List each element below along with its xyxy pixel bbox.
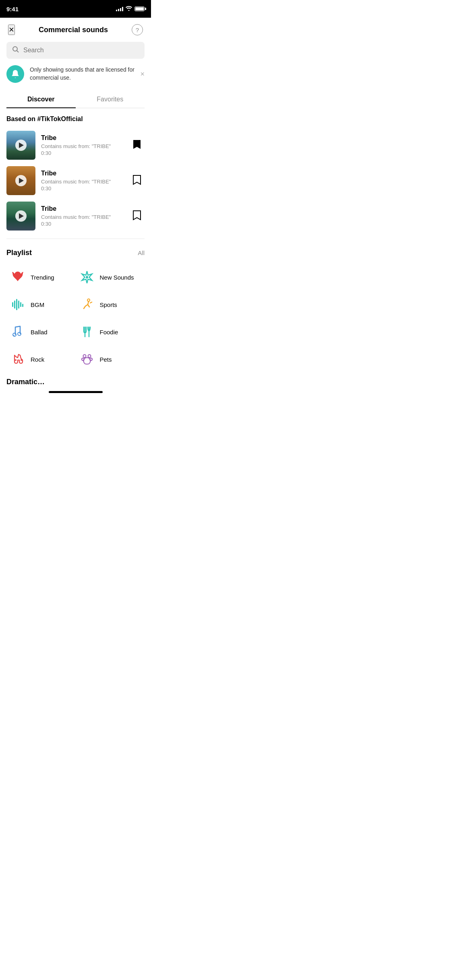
svg-point-11 bbox=[18, 332, 21, 336]
sound-duration-1: 0:30 bbox=[41, 150, 124, 156]
sound-info-3: Tribe Contains music from: "TRIBE" 0:30 bbox=[41, 205, 124, 227]
notice-icon bbox=[6, 65, 24, 83]
notice-text: Only showing sounds that are licensed fo… bbox=[30, 66, 134, 82]
playlist-header: Playlist All bbox=[0, 244, 151, 264]
trending-icon bbox=[10, 269, 26, 285]
home-indicator bbox=[49, 391, 103, 393]
sound-item-1[interactable]: Tribe Contains music from: "TRIBE" 0:30 bbox=[0, 128, 151, 163]
tabs: Discover Favorites bbox=[6, 91, 145, 108]
sound-title-3: Tribe bbox=[41, 205, 124, 212]
new-sounds-icon bbox=[79, 269, 95, 285]
close-button[interactable]: × bbox=[8, 25, 15, 35]
sound-thumbnail-2 bbox=[6, 166, 35, 195]
svg-line-1 bbox=[17, 51, 19, 53]
playlist-item-ballad[interactable]: Ballad bbox=[6, 318, 76, 346]
svg-rect-7 bbox=[20, 302, 21, 307]
help-button[interactable]: ? bbox=[132, 24, 143, 35]
svg-point-15 bbox=[21, 359, 22, 361]
playlist-all-button[interactable]: All bbox=[138, 249, 145, 256]
status-bar: 9:41 bbox=[0, 0, 151, 18]
battery-icon bbox=[134, 6, 145, 11]
header: × Commercial sounds ? bbox=[0, 18, 151, 42]
playlist-title: Playlist bbox=[6, 249, 32, 257]
status-icons bbox=[116, 6, 145, 12]
search-input[interactable] bbox=[23, 47, 139, 54]
sound-duration-3: 0:30 bbox=[41, 221, 124, 227]
playlist-label-bgm: BGM bbox=[31, 301, 44, 308]
sound-thumbnail-3 bbox=[6, 202, 35, 231]
sound-desc-1: Contains music from: "TRIBE" bbox=[41, 143, 124, 149]
play-button-2[interactable] bbox=[15, 175, 27, 186]
svg-point-2 bbox=[86, 276, 88, 278]
svg-point-17 bbox=[88, 355, 91, 358]
sound-title-2: Tribe bbox=[41, 170, 124, 177]
playlist-grid: Trending New Sounds BGM bbox=[0, 264, 151, 373]
section-title: Based on #TikTokOfficial bbox=[0, 108, 151, 128]
bookmark-button-2[interactable] bbox=[129, 171, 145, 190]
search-container bbox=[0, 42, 151, 65]
sound-thumbnail-1 bbox=[6, 131, 35, 160]
sports-icon bbox=[79, 296, 95, 313]
playlist-label-pets: Pets bbox=[100, 356, 112, 363]
playlist-label-trending: Trending bbox=[31, 274, 54, 281]
section-bottom-label: Dramatic… bbox=[0, 373, 151, 388]
sound-desc-3: Contains music from: "TRIBE" bbox=[41, 214, 124, 220]
signal-icon bbox=[116, 6, 123, 11]
playlist-item-sports[interactable]: Sports bbox=[76, 291, 145, 318]
svg-rect-6 bbox=[18, 301, 19, 309]
search-bar[interactable] bbox=[6, 42, 145, 59]
ballad-icon bbox=[10, 324, 26, 340]
svg-rect-3 bbox=[12, 302, 13, 307]
sound-desc-2: Contains music from: "TRIBE" bbox=[41, 179, 124, 185]
foodie-icon bbox=[79, 324, 95, 340]
rock-icon bbox=[10, 351, 26, 367]
sound-info-1: Tribe Contains music from: "TRIBE" 0:30 bbox=[41, 134, 124, 156]
search-icon bbox=[12, 46, 19, 55]
svg-rect-4 bbox=[14, 301, 15, 309]
playlist-item-bgm[interactable]: BGM bbox=[6, 291, 76, 318]
bgm-icon bbox=[10, 296, 26, 313]
notice-close-button[interactable]: × bbox=[140, 70, 145, 78]
playlist-label-ballad: Ballad bbox=[31, 329, 48, 336]
sound-info-2: Tribe Contains music from: "TRIBE" 0:30 bbox=[41, 170, 124, 191]
tab-favorites[interactable]: Favorites bbox=[76, 91, 145, 108]
bookmark-button-3[interactable] bbox=[129, 207, 145, 225]
bottom-indicator bbox=[0, 388, 151, 399]
svg-point-14 bbox=[15, 359, 17, 361]
playlist-label-new-sounds: New Sounds bbox=[100, 274, 134, 281]
playlist-item-new-sounds[interactable]: New Sounds bbox=[76, 264, 145, 291]
play-button-3[interactable] bbox=[15, 210, 27, 222]
svg-point-16 bbox=[83, 355, 86, 358]
sound-item-3[interactable]: Tribe Contains music from: "TRIBE" 0:30 bbox=[0, 198, 151, 234]
status-time: 9:41 bbox=[6, 6, 19, 12]
sound-item-2[interactable]: Tribe Contains music from: "TRIBE" 0:30 bbox=[0, 163, 151, 198]
page-title: Commercial sounds bbox=[39, 26, 108, 34]
playlist-label-rock: Rock bbox=[31, 356, 44, 363]
tab-discover[interactable]: Discover bbox=[6, 91, 76, 108]
bookmark-button-1[interactable] bbox=[129, 136, 145, 154]
playlist-item-rock[interactable]: Rock bbox=[6, 346, 76, 373]
playlist-label-sports: Sports bbox=[100, 301, 117, 308]
playlist-item-foodie[interactable]: Foodie bbox=[76, 318, 145, 346]
playlist-label-foodie: Foodie bbox=[100, 329, 118, 336]
sound-duration-2: 0:30 bbox=[41, 185, 124, 191]
sound-title-1: Tribe bbox=[41, 134, 124, 142]
svg-point-0 bbox=[13, 47, 17, 51]
play-button-1[interactable] bbox=[15, 140, 27, 151]
pets-icon bbox=[79, 351, 95, 367]
playlist-item-pets[interactable]: Pets bbox=[76, 346, 145, 373]
wifi-icon bbox=[126, 6, 132, 12]
section-divider bbox=[6, 239, 145, 239]
svg-rect-5 bbox=[16, 299, 17, 310]
notice-banner: Only showing sounds that are licensed fo… bbox=[6, 65, 145, 83]
playlist-item-trending[interactable]: Trending bbox=[6, 264, 76, 291]
svg-rect-8 bbox=[22, 304, 23, 307]
